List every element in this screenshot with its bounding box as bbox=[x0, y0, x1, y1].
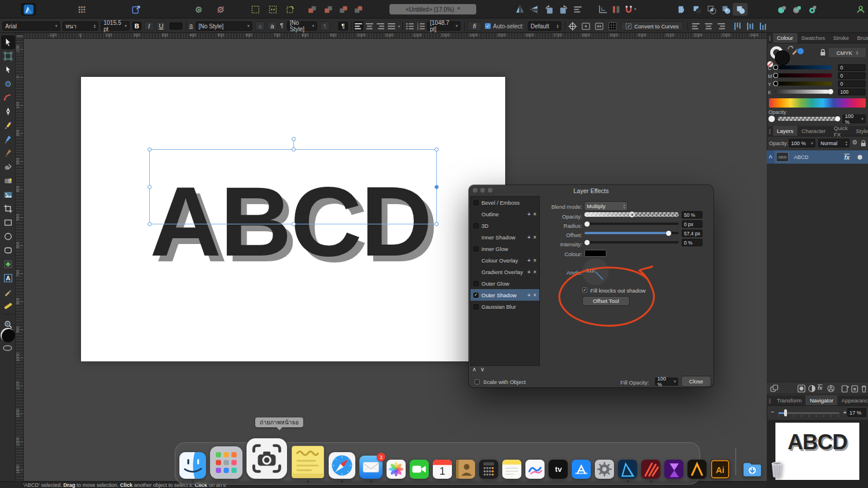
effect-row-inner-shadow[interactable]: Inner Shadow+× bbox=[470, 231, 539, 243]
layers-lock-icon[interactable] bbox=[860, 140, 866, 147]
snapping-gear-icon[interactable]: ⚙ bbox=[213, 3, 228, 16]
auto-select-checkbox[interactable]: ✓ bbox=[485, 23, 491, 29]
align-objects-center-icon[interactable] bbox=[704, 21, 713, 31]
dock-app-downloads[interactable] bbox=[742, 458, 763, 479]
auto-select-select[interactable]: Default▴▾ bbox=[528, 21, 561, 31]
effect-add-icon[interactable]: + bbox=[527, 292, 531, 298]
preferences-gear-icon[interactable]: ⚙ bbox=[191, 3, 206, 16]
live-filter-icon[interactable] bbox=[827, 385, 835, 393]
colour-picker-tool[interactable] bbox=[1, 285, 15, 299]
slider-thumb[interactable] bbox=[666, 231, 671, 236]
corner-tool[interactable] bbox=[1, 91, 15, 105]
tab-colour[interactable]: Colour bbox=[773, 33, 797, 43]
align-objects-bottom-icon[interactable] bbox=[758, 21, 768, 31]
rounded-rectangle-tool[interactable] bbox=[1, 243, 15, 257]
effect-checkbox[interactable] bbox=[473, 223, 479, 228]
alignment-icon[interactable] bbox=[570, 3, 585, 16]
add-layer-icon[interactable] bbox=[841, 385, 849, 393]
colour-well-stroke[interactable] bbox=[3, 345, 12, 351]
colour-opacity-slider[interactable] bbox=[778, 117, 839, 121]
insert-inside-icon[interactable] bbox=[789, 3, 804, 16]
cycle-selection-box-icon[interactable] bbox=[594, 21, 604, 31]
opacity-slider-thumb[interactable] bbox=[629, 212, 635, 217]
paint-brush-tool[interactable] bbox=[1, 146, 15, 160]
pixel-persona-icon[interactable] bbox=[74, 3, 89, 16]
colour-well-fill[interactable] bbox=[1, 328, 15, 342]
boolean-intersect-icon[interactable] bbox=[704, 3, 719, 16]
align-objects-left-icon[interactable] bbox=[691, 21, 701, 31]
align-objects-top-icon[interactable] bbox=[733, 21, 742, 31]
fill-colour-well[interactable] bbox=[775, 51, 789, 65]
colour-opacity-thumb[interactable] bbox=[835, 116, 840, 121]
pencil-tool[interactable] bbox=[1, 119, 15, 132]
effect-move-down-icon[interactable]: ∨ bbox=[480, 366, 484, 372]
selection-handle[interactable] bbox=[292, 147, 296, 151]
layers-opacity-select[interactable]: 100 % ▾ bbox=[789, 139, 815, 147]
rotate-anticlockwise-icon[interactable] bbox=[542, 3, 557, 16]
account-icon[interactable] bbox=[853, 3, 868, 16]
document-title-pill[interactable]: <Untitled> (17.0%) * bbox=[389, 4, 476, 14]
back-one-icon[interactable] bbox=[321, 3, 336, 16]
zoom-slider-track[interactable] bbox=[778, 412, 840, 414]
selection-handle[interactable] bbox=[435, 185, 439, 189]
effect-add-icon[interactable]: + bbox=[527, 257, 531, 264]
fill-knocks-checkbox[interactable]: ✓ bbox=[582, 287, 587, 293]
move-tool[interactable] bbox=[1, 35, 15, 49]
layer-thumbnail[interactable]: ABCD bbox=[776, 152, 789, 162]
zoom-traffic-light[interactable] bbox=[488, 188, 492, 193]
channel-slider-k[interactable] bbox=[774, 90, 832, 94]
pen-tool[interactable] bbox=[1, 105, 15, 119]
slider-value-box[interactable]: 50 % bbox=[682, 211, 703, 219]
marquee-icon[interactable] bbox=[248, 3, 263, 16]
effect-row-gradient-overlay[interactable]: Gradient Overlay+× bbox=[470, 266, 539, 278]
dock-app-affinity-designer[interactable] bbox=[618, 460, 637, 479]
move-to-front-icon[interactable] bbox=[351, 3, 366, 16]
marquee-rotate-icon[interactable] bbox=[282, 3, 297, 16]
fill-opacity-select[interactable]: 100 % ▾ bbox=[655, 378, 678, 386]
rectangle-tool[interactable] bbox=[1, 216, 15, 230]
export-persona-icon[interactable] bbox=[128, 3, 144, 16]
shadow-colour-swatch[interactable] bbox=[584, 250, 606, 257]
leading-select[interactable]: [1048.7 pt]▾ bbox=[427, 21, 461, 31]
slider-track[interactable] bbox=[584, 241, 679, 243]
flip-horizontal-icon[interactable] bbox=[512, 3, 527, 16]
tab-stroke[interactable]: Stroke bbox=[829, 33, 853, 43]
channel-thumb[interactable] bbox=[828, 89, 833, 94]
navigator-page-preview[interactable]: ABCD bbox=[775, 423, 859, 480]
dock-app-freeform[interactable] bbox=[525, 460, 545, 479]
slider-value-box[interactable]: 0 px bbox=[682, 220, 703, 228]
tab-navigator[interactable]: Navigator bbox=[806, 395, 837, 405]
dock-app-calculator[interactable] bbox=[479, 460, 498, 479]
align-right-button[interactable] bbox=[376, 21, 385, 31]
dock-app-stickies[interactable] bbox=[291, 445, 325, 479]
dock-app-trash[interactable] bbox=[767, 458, 788, 479]
para-refresh-button[interactable]: ¶ bbox=[320, 21, 330, 31]
layers-blend-select[interactable]: Normal ▴▾ bbox=[818, 139, 849, 147]
tab-transform[interactable]: Transform bbox=[773, 395, 806, 405]
layer-row[interactable]: A ABCD ABCD fx bbox=[767, 150, 868, 164]
place-image-tool[interactable] bbox=[1, 188, 15, 202]
rotate-clockwise-icon[interactable] bbox=[556, 3, 571, 16]
boolean-add-icon[interactable] bbox=[674, 3, 689, 16]
rotation-handle[interactable] bbox=[292, 137, 296, 141]
ligatures-button[interactable]: fi bbox=[468, 21, 481, 31]
artistic-text-tool[interactable]: A bbox=[1, 271, 15, 285]
slider-value-box[interactable]: 57.4 px bbox=[682, 230, 703, 237]
trash-icon[interactable] bbox=[860, 385, 868, 393]
dock-app-safari[interactable] bbox=[329, 452, 355, 479]
selection-handle[interactable] bbox=[435, 222, 439, 226]
effect-row-bevel-emboss[interactable]: Bevel / Emboss bbox=[470, 197, 539, 208]
style-refresh-button[interactable]: a̲ bbox=[255, 21, 265, 31]
crop-tool[interactable] bbox=[1, 202, 15, 216]
close-traffic-light[interactable] bbox=[473, 188, 477, 193]
font-family-select[interactable]: Arial▾ bbox=[2, 21, 60, 31]
affinity-logo[interactable] bbox=[21, 3, 36, 16]
picked-colour-dot[interactable] bbox=[797, 47, 804, 55]
effect-row-gaussian-blur[interactable]: Gaussian Blur bbox=[470, 301, 539, 312]
vertical-ruler[interactable]: -100010020030040050060070080090010001100… bbox=[16, 39, 24, 481]
effect-move-up-icon[interactable]: ∧ bbox=[472, 366, 476, 372]
align-objects-middle-icon[interactable] bbox=[745, 21, 755, 31]
layers-list-empty[interactable] bbox=[767, 164, 868, 382]
layer-fx-icon[interactable]: fx bbox=[844, 154, 849, 161]
slider-thumb[interactable] bbox=[584, 221, 590, 227]
